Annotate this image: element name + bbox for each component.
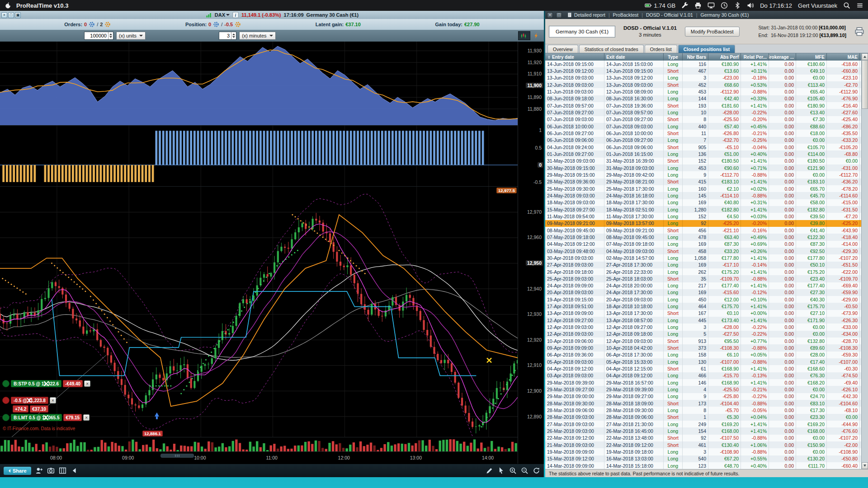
table-row[interactable]: 19-Mar-2018 09:09:0019-Mar-2018 09:18:00…: [545, 448, 861, 455]
table-row[interactable]: 29-Mar-2018 09:27:0029-Mar-2018 09:39:00…: [545, 386, 861, 393]
table-row[interactable]: 26-Mar-2018 09:03:0026-Mar-2018 16:45:00…: [545, 427, 861, 434]
minimize-icon[interactable]: □: [556, 12, 562, 18]
zoom-in-icon[interactable]: [509, 467, 517, 474]
volume-icon[interactable]: [747, 2, 754, 9]
table-row[interactable]: 12-Apr-2018 09:03:0012-Apr-2018 09:27:00…: [545, 324, 861, 330]
table-row[interactable]: 08-Jun-2018 09:18:0008-Jun-2018 16:30:00…: [545, 95, 861, 102]
table-row[interactable]: 09-Apr-2018 09:09:0010-Apr-2018 04:42:00…: [545, 344, 861, 351]
arrow-left-icon[interactable]: [71, 467, 78, 474]
quantity-value[interactable]: 100000: [85, 33, 108, 38]
chart-window-titlebar[interactable]: × □ ▣ DAX i 11,149.1 (-0.83%) 17:16:09 G…: [0, 11, 544, 19]
table-row[interactable]: 28-Mar-2018 09:06:0028-Mar-2018 09:30:00…: [545, 407, 861, 413]
column-header[interactable]: Exit date: [604, 53, 664, 61]
table-row[interactable]: 07-Jun-2018 09:27:0007-Jun-2018 09:57:00…: [545, 109, 861, 116]
gear-icon[interactable]: [213, 21, 219, 28]
gear-icon[interactable]: [104, 21, 111, 28]
menubar-clock[interactable]: Do 17:16:12: [760, 2, 792, 9]
table-row[interactable]: 25-Apr-2018 09:03:0025-Apr-2018 18:03:00…: [545, 275, 861, 282]
gear-icon[interactable]: [235, 21, 241, 28]
table-row[interactable]: 15-May-2018 09:27:0018-May-2018 02:51:00…: [545, 206, 861, 213]
share-button[interactable]: Share: [4, 467, 31, 475]
order-label-buy-stop[interactable]: B:STP 0.5 @ 11,322.6 -€49.40 ×: [2, 380, 90, 387]
table-row[interactable]: 25-May-2018 09:30:0025-May-2018 17:30:00…: [545, 185, 861, 192]
titlebar-tab-germany-30-cash-1-[interactable]: Germany 30 Cash (€1): [701, 12, 749, 18]
snapshot-icon[interactable]: [47, 467, 55, 474]
table-row[interactable]: 06-Jun-2018 09:06:0006-Jun-2018 09:27:00…: [545, 137, 861, 144]
table-row[interactable]: 24-Apr-2018 09:09:0024-Apr-2018 20:00:00…: [545, 282, 861, 289]
table-row[interactable]: 20-Apr-2018 09:03:0024-Apr-2018 17:30:00…: [545, 289, 861, 296]
table-row[interactable]: 26-Apr-2018 09:18:0026-Apr-2018 22:33:00…: [545, 268, 861, 275]
table-row[interactable]: 19-Apr-2018 09:15:0020-Apr-2018 09:03:00…: [545, 296, 861, 303]
table-row[interactable]: 09-May-2018 09:21:0009-May-2018 13:57:00…: [545, 220, 861, 227]
table-row[interactable]: 29-May-2018 09:15:0029-May-2018 09:42:00…: [545, 171, 861, 178]
scroll-down-arrow[interactable]: [862, 462, 868, 469]
trend-indicator-chart[interactable]: [0, 126, 518, 187]
table-row[interactable]: 04-May-2018 09:12:0007-May-2018 09:18:00…: [545, 241, 861, 248]
table-row[interactable]: 13-Jun-2018 09:03:0013-Jun-2018 09:12:00…: [545, 75, 861, 81]
table-row[interactable]: 12-Apr-2018 09:03:0012-Apr-2018 09:18:00…: [545, 331, 861, 338]
printer-icon[interactable]: [694, 2, 702, 9]
time-scrollbar-handle[interactable]: [160, 454, 194, 458]
table-header[interactable]: Entry dateExit dateTypeNbr BarsAbs PerfR…: [545, 53, 861, 61]
titlebar-tab-probacktest[interactable]: ProBacktest: [613, 12, 639, 18]
bolt-icon[interactable]: [533, 33, 539, 39]
table-row[interactable]: 13-Jun-2018 09:12:0014-Jun-2018 09:15:00…: [545, 67, 861, 74]
tab-closed-positions-list[interactable]: Closed positions list: [678, 45, 736, 53]
column-header[interactable]: MFE: [796, 53, 827, 61]
column-header[interactable]: MAE: [827, 53, 860, 61]
period-value[interactable]: 3: [219, 33, 231, 38]
column-header[interactable]: Abs Perf: [708, 53, 741, 61]
table-row[interactable]: 15-Mar-2018 09:12:0016-Mar-2018 13:03:00…: [545, 455, 861, 462]
search-icon[interactable]: [843, 2, 850, 9]
table-row[interactable]: 29-Mar-2018 09:00:0029-Mar-2018 09:27:00…: [545, 393, 861, 400]
table-row[interactable]: 22-Mar-2018 09:12:0022-Mar-2018 13:48:00…: [545, 435, 861, 441]
bluetooth-icon[interactable]: [734, 2, 741, 9]
info-icon[interactable]: i: [232, 12, 239, 18]
add-user-icon[interactable]: [35, 467, 43, 474]
gear-icon[interactable]: [89, 21, 95, 28]
table-row[interactable]: 07-Jun-2018 09:57:0007-Jun-2018 19:36:00…: [545, 102, 861, 109]
table-row[interactable]: 08-May-2018 09:45:0009-May-2018 09:21:00…: [545, 227, 861, 234]
table-row[interactable]: 18-May-2018 09:03:0018-May-2018 17:30:00…: [545, 199, 861, 206]
order-label-buy-limit[interactable]: B:LMT 0.5 @ 11,065.5 €79.15 ×: [2, 414, 90, 421]
table-row[interactable]: 11-Jun-2018 09:03:0012-Jun-2018 08:09:00…: [545, 88, 861, 95]
table-row[interactable]: 30-May-2018 09:15:0031-May-2018 09:03:00…: [545, 164, 861, 171]
apple-menu-icon[interactable]: [5, 2, 12, 9]
timeframe-dropdown[interactable]: (x) minutes: [239, 32, 275, 40]
table-row[interactable]: 01-Jun-2018 09:27:0001-Jun-2018 16:15:00…: [545, 150, 861, 157]
layout-columns-icon[interactable]: [59, 467, 66, 474]
table-row[interactable]: 03-May-2018 09:48:0004-May-2018 09:03:00…: [545, 248, 861, 254]
symbol-selector[interactable]: DAX: [215, 12, 230, 18]
table-row[interactable]: 13-Apr-2018 09:09:0013-Apr-2018 17:30:00…: [545, 310, 861, 317]
table-row[interactable]: 31-May-2018 09:03:0031-May-2018 16:39:00…: [545, 158, 861, 164]
table-row[interactable]: 11-May-2018 09:54:0011-May-2018 17:30:00…: [545, 213, 861, 220]
move-arrows-icon[interactable]: [2, 380, 9, 387]
table-row[interactable]: 14-Mar-2018 09:09:0014-Mar-2018 15:18:00…: [545, 462, 861, 469]
table-row[interactable]: 06-Apr-2018 09:36:0006-Apr-2018 17:30:00…: [545, 352, 861, 358]
table-row[interactable]: 04-Jun-2018 09:24:0006-Jun-2018 09:06:00…: [545, 144, 861, 150]
pencil-icon[interactable]: [486, 467, 493, 474]
table-row[interactable]: 07-Jun-2018 09:03:0007-Jun-2018 09:27:00…: [545, 116, 861, 123]
table-row[interactable]: 06-Jun-2018 10:00:0007-Jun-2018 09:03:00…: [545, 123, 861, 130]
table-row[interactable]: 24-May-2018 09:03:0024-May-2018 16:18:00…: [545, 192, 861, 199]
table-row[interactable]: 28-Mar-2018 09:03:0028-Mar-2018 09:06:00…: [545, 414, 861, 421]
move-arrows-icon[interactable]: [2, 397, 9, 404]
table-row[interactable]: 05-Apr-2018 09:03:0005-Apr-2018 15:33:00…: [545, 358, 861, 365]
spinner-arrows[interactable]: [108, 32, 113, 39]
spinner-arrows[interactable]: [231, 32, 236, 39]
chart-type-button[interactable]: [518, 31, 530, 40]
column-header[interactable]: Entry date: [545, 53, 604, 61]
table-row[interactable]: 14-Jun-2018 09:15:0014-Jun-2018 15:03:00…: [545, 61, 861, 67]
instrument-box[interactable]: Germany 30 Cash (€1): [549, 26, 615, 38]
scroll-track[interactable]: [862, 60, 868, 462]
table-row[interactable]: 10-Apr-2018 09:06:0012-Apr-2018 09:03:00…: [545, 338, 861, 344]
scroll-thumb[interactable]: [862, 60, 868, 109]
close-icon[interactable]: ×: [1, 12, 7, 18]
table-row[interactable]: 12-Jun-2018 09:03:0013-Jun-2018 09:03:00…: [545, 81, 861, 88]
table-row[interactable]: 29-Mar-2018 09:39:0029-Mar-2018 16:57:00…: [545, 379, 861, 386]
time-axis[interactable]: 08:0009:0010:0011:0012:0013:0014:00: [0, 452, 518, 464]
table-row[interactable]: 28-May-2018 09:36:0029-May-2018 08:21:00…: [545, 178, 861, 185]
printer-icon[interactable]: [854, 27, 864, 37]
tab-orders-list[interactable]: Orders list: [645, 45, 677, 53]
tab-overview[interactable]: Overview: [547, 45, 578, 53]
